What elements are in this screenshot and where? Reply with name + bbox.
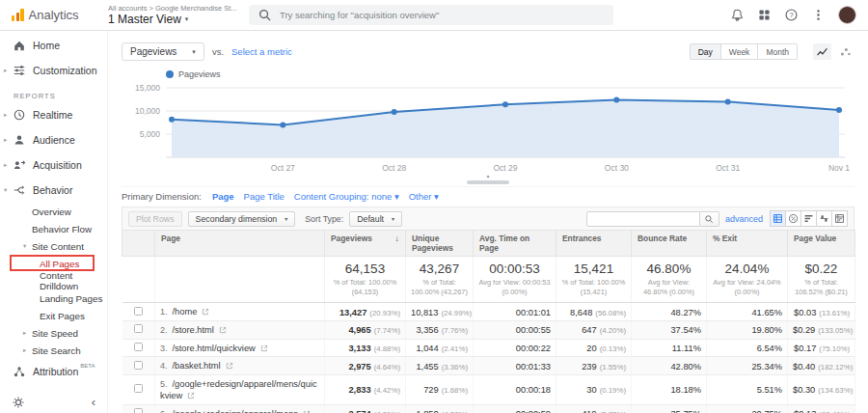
- primary-dimension-page[interactable]: Page: [212, 191, 234, 202]
- sidebar-item-realtime[interactable]: ▸Realtime: [0, 102, 107, 127]
- sidebar-item-label: Customization: [33, 65, 97, 76]
- sidebar-item-customization[interactable]: ▸Customization: [0, 58, 107, 83]
- sidebar-item-site-speed[interactable]: ▸Site Speed: [0, 324, 107, 342]
- metric-percent: (0.19%): [600, 386, 626, 395]
- primary-dimension-content-grouping-none[interactable]: Content Grouping: none ▾: [294, 191, 399, 202]
- page-link[interactable]: /google+redesign/apparel/mens/quickview: [160, 379, 317, 400]
- column-header-bounce-rate[interactable]: Bounce Rate: [632, 231, 707, 257]
- sidebar-item-label: Attribution: [33, 366, 78, 377]
- percentage-view-button[interactable]: [785, 210, 801, 227]
- open-in-new-icon[interactable]: [303, 410, 311, 413]
- cell-pageviews: 2,574(4.01%): [325, 404, 406, 413]
- row-checkbox[interactable]: [134, 324, 143, 333]
- page-link[interactable]: /google+redesign/apparel/mens: [173, 409, 299, 413]
- vs-label: vs.: [212, 46, 224, 57]
- attribution-icon: [13, 365, 26, 378]
- metric-value: 419: [582, 409, 597, 413]
- sidebar-item-exit-pages[interactable]: Exit Pages: [0, 307, 107, 324]
- sidebar-item-overview[interactable]: Overview: [0, 203, 107, 220]
- sidebar-item-attribution[interactable]: AttributionBETA: [0, 359, 107, 384]
- sort-type-button[interactable]: Default ▾: [349, 211, 402, 227]
- scrubber-handle[interactable]: [467, 180, 509, 184]
- advanced-search-link[interactable]: advanced: [725, 214, 763, 224]
- select-a-metric-link[interactable]: Select a metric: [231, 46, 292, 57]
- summary-page-cell: [155, 257, 325, 303]
- column-header-pageviews[interactable]: ↓ Pageviews: [325, 231, 406, 257]
- cell-bounce-rate: 48.27%: [632, 303, 707, 321]
- apps-grid-icon[interactable]: [757, 8, 772, 22]
- chart-scrubber[interactable]: ▾: [459, 175, 517, 186]
- summary-bounce-rate: 46.80%Avg for View: 46.80% (0.00%): [632, 257, 707, 303]
- account-path[interactable]: All accounts > Google Merchandise St...: [108, 4, 243, 13]
- comparison-view-button[interactable]: [816, 210, 832, 227]
- column-header-entrances[interactable]: Entrances: [556, 231, 632, 257]
- more-menu-icon[interactable]: [811, 8, 826, 22]
- open-in-new-icon[interactable]: [202, 308, 209, 316]
- row-checkbox[interactable]: [134, 408, 143, 413]
- row-checkbox[interactable]: [134, 307, 143, 316]
- column-header-page-value[interactable]: Page Value: [788, 231, 855, 257]
- table-row: 3./store.html/quickview3,133(4.88%)1,044…: [122, 339, 855, 357]
- range-month-button[interactable]: Month: [757, 43, 798, 60]
- sidebar-item-site-search[interactable]: ▸Site Search: [0, 342, 107, 359]
- cell-percent-exit: 20.75%: [707, 404, 788, 413]
- sidebar-item-label: Exit Pages: [40, 311, 85, 321]
- table-view-button[interactable]: [770, 210, 786, 227]
- sidebar-item-behavior-flow[interactable]: Behavior Flow: [0, 220, 107, 237]
- sidebar-item-content-drilldown[interactable]: Content Drilldown: [0, 272, 107, 289]
- column-header-page[interactable]: Page: [155, 231, 325, 257]
- chevron-down-icon: ▾: [4, 186, 13, 194]
- metric-selector-button[interactable]: Pageviews ▾: [122, 42, 204, 61]
- sidebar-item-acquisition[interactable]: ▸Acquisition: [0, 152, 107, 178]
- column-header-unique-pageviews[interactable]: Unique Pageviews: [406, 231, 474, 257]
- analytics-logo[interactable]: Analytics: [12, 8, 108, 22]
- open-in-new-icon[interactable]: [226, 362, 233, 370]
- range-day-button[interactable]: Day: [690, 43, 721, 60]
- secondary-dimension-button[interactable]: Secondary dimension ▾: [188, 211, 296, 227]
- range-week-button[interactable]: Week: [720, 43, 759, 60]
- sidebar-item-landing-pages[interactable]: Landing Pages: [0, 289, 107, 307]
- summary-row: 64,153% of Total: 100.00% (64,153) 43,26…: [122, 257, 855, 303]
- row-index: 5.: [160, 379, 168, 389]
- row-index: 4.: [160, 361, 168, 371]
- page-link[interactable]: /basket.html: [173, 361, 221, 371]
- performance-view-button[interactable]: [800, 210, 817, 227]
- svg-text:Oct 31: Oct 31: [716, 163, 740, 173]
- global-search-input[interactable]: [280, 10, 605, 20]
- pageviews-line-chart[interactable]: 5,00010,00015,000Oct 27Oct 28Oct 29Oct 3…: [122, 82, 854, 175]
- table-search-button[interactable]: [700, 211, 719, 227]
- column-header-avg-time-on-page[interactable]: Avg. Time on Page: [474, 231, 556, 257]
- open-in-new-icon[interactable]: [219, 326, 227, 334]
- notifications-bell-icon[interactable]: [730, 8, 745, 22]
- metric-value: 2,574: [348, 409, 370, 413]
- row-checkbox[interactable]: [134, 361, 143, 370]
- collapse-sidebar-icon[interactable]: ‹: [92, 395, 95, 409]
- table-search-input[interactable]: [586, 211, 700, 227]
- sidebar-item-site-content[interactable]: ▾Site Content: [0, 237, 107, 255]
- user-avatar[interactable]: [838, 6, 856, 24]
- help-icon[interactable]: ?: [784, 8, 799, 22]
- line-chart-toggle-button[interactable]: [813, 43, 831, 60]
- chevron-right-icon: ▸: [4, 111, 13, 119]
- page-link[interactable]: /home: [173, 307, 198, 317]
- page-link[interactable]: /store.html/quickview: [173, 344, 256, 353]
- metric-value: 00:00:59: [516, 409, 551, 413]
- sidebar-item-audience[interactable]: ▸Audience: [0, 127, 107, 152]
- open-in-new-icon[interactable]: [260, 344, 268, 352]
- row-checkbox[interactable]: [134, 384, 143, 393]
- row-checkbox[interactable]: [134, 343, 143, 351]
- open-in-new-icon[interactable]: [187, 392, 195, 399]
- metric-percent: (7.76%): [442, 326, 468, 335]
- view-selector[interactable]: 1 Master View ▾: [108, 13, 243, 26]
- page-link[interactable]: /store.html: [173, 325, 214, 335]
- motion-chart-toggle-button[interactable]: [836, 43, 854, 60]
- admin-gear-icon[interactable]: [12, 396, 25, 409]
- sidebar-item-behavior[interactable]: ▾Behavior: [0, 178, 107, 203]
- sidebar-item-home[interactable]: Home: [0, 33, 107, 58]
- column-header-percent-exit[interactable]: % Exit: [707, 231, 788, 257]
- global-search[interactable]: [249, 5, 613, 25]
- primary-dimension-other[interactable]: Other ▾: [409, 191, 439, 202]
- pivot-view-button[interactable]: [831, 210, 848, 227]
- metric-percent: (4.64%): [374, 363, 400, 372]
- primary-dimension-page-title[interactable]: Page Title: [244, 191, 285, 202]
